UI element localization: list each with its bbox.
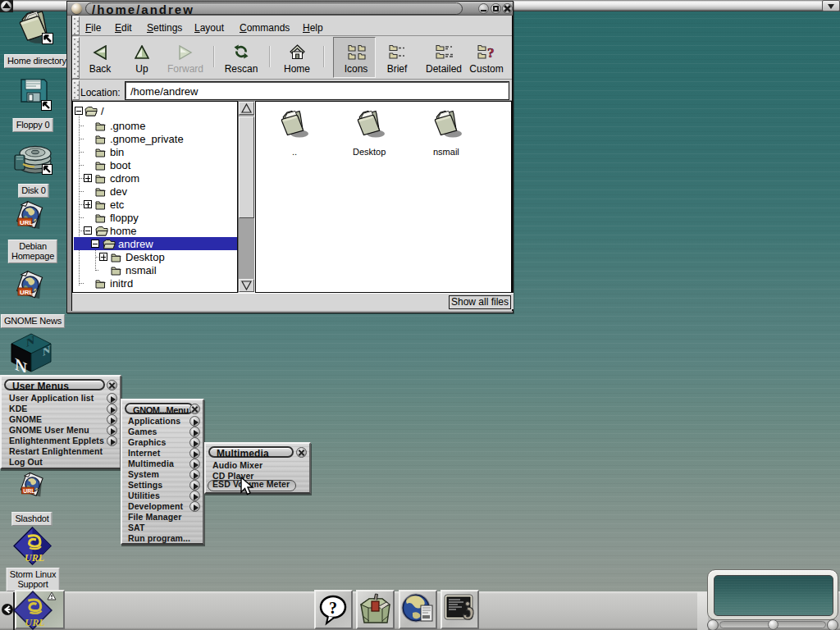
svg-text:?: ? <box>329 599 337 617</box>
svg-text:URL: URL <box>20 219 34 226</box>
svg-text:URL: URL <box>20 289 34 296</box>
svg-text:URL: URL <box>23 488 35 494</box>
svg-text:URL: URL <box>25 552 44 564</box>
svg-text:?: ? <box>487 45 495 60</box>
svg-text:URL: URL <box>25 617 45 628</box>
